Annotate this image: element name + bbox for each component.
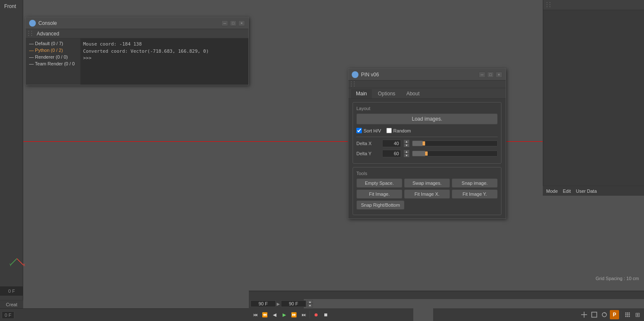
delta-x-label: Delta X [356,141,380,146]
snap-right-bottom-btn[interactable]: Snap Right/Bottom [356,200,404,210]
prev-key-btn[interactable]: ⏪ [260,310,269,319]
console-toolbar: Advanced [26,29,248,38]
svg-point-10 [629,313,630,314]
layout-title: Layout [356,106,498,111]
grid-icon-btn[interactable] [623,310,632,319]
right-panel [543,0,644,186]
frame-end-input[interactable] [281,300,306,307]
left-panel: Y X [0,0,23,308]
sidebar-item-renderer[interactable]: — Renderer (0 / 0) [27,54,78,60]
layout-group: Layout Load images. Sort H/V Random Delt… [353,102,501,164]
play-back-btn[interactable]: ◀ [270,310,279,319]
console-titlebar[interactable]: Console ─ □ × [26,17,248,29]
svg-point-9 [627,313,628,314]
delta-x-down-btn[interactable]: ▼ [404,143,410,147]
console-icon [29,20,36,27]
left-frame-value: 0 F [0,286,23,296]
frame-spinners: ▲ ▼ [307,300,312,308]
console-title: Console [38,20,219,26]
fit-image-x-btn[interactable]: Fit Image X. [404,189,450,199]
edit-label[interactable]: Edit [563,189,571,194]
delta-x-up-btn[interactable]: ▲ [404,140,410,143]
pin-minimize-btn[interactable]: ─ [479,72,485,78]
delta-y-slider[interactable] [412,151,498,156]
divider [356,137,498,137]
rotate-tool-btn[interactable] [600,310,609,319]
move-tool-btn[interactable] [579,310,589,319]
delta-y-up-btn[interactable]: ▲ [404,150,410,154]
right-panel-grip [547,2,552,8]
frame-start-input[interactable] [251,300,276,307]
pin-close-btn[interactable]: × [496,72,502,78]
svg-point-13 [629,314,630,316]
play-btn[interactable]: ▶ [280,310,289,319]
delta-y-down-btn[interactable]: ▼ [404,154,410,157]
console-maximize-btn[interactable]: □ [230,20,237,26]
pin-title: PIN v06 [361,72,476,78]
delta-x-thumb [423,141,425,146]
timeline-ruler[interactable] [249,291,644,299]
select-tool-btn[interactable] [590,310,599,319]
empty-space-btn[interactable]: Empty Space. [356,178,402,188]
sort-hv-checkbox[interactable] [356,128,362,133]
svg-text:X: X [23,263,25,267]
console-minimize-btn[interactable]: ─ [221,20,228,26]
mode-bar: Mode Edit User Data [543,186,644,196]
console-window: Console ─ □ × Advanced — Default (0 / 7)… [25,17,249,85]
output-line-2: Converted coord: Vector(-718.683, 166.82… [83,48,246,55]
random-item: Random [386,128,411,133]
svg-point-11 [625,314,627,316]
svg-point-16 [629,316,630,317]
svg-point-7 [602,313,606,317]
frame-up-btn[interactable]: ▲ [307,300,313,304]
console-toolbar-label: Advanced [37,31,59,37]
svg-point-14 [625,316,627,317]
console-sidebar: — Default (0 / 7) — Python (0 / 2) — Ren… [26,38,81,85]
bottom-right-icons: P ⊞ [433,308,644,321]
load-images-btn[interactable]: Load images. [356,113,498,124]
pin-icon [352,71,358,78]
console-grip [28,31,33,37]
go-start-btn[interactable]: ⏮ [251,310,260,319]
delta-x-slider[interactable] [412,140,498,146]
snap-image-btn[interactable]: Snap image. [452,178,498,188]
orange-tool-btn[interactable]: P [610,310,619,319]
tab-options[interactable]: Options [373,89,400,98]
pin-tabs: Main Options About [348,88,506,99]
delta-y-row: Delta Y ▲ ▼ [356,150,498,157]
tools-group: Tools Empty Space. Swap images. Snap ima… [353,167,501,215]
sidebar-item-python[interactable]: — Python (0 / 2) [27,47,78,54]
pin-titlebar[interactable]: PIN v06 ─ □ × [348,69,506,81]
delta-x-row: Delta X ▲ ▼ [356,140,498,147]
mode-label[interactable]: Mode [546,189,558,194]
playback-sep [310,311,310,318]
console-output[interactable]: Mouse coord: -184 138 Converted coord: V… [81,38,248,85]
play-fwd-btn[interactable]: ⏩ [289,310,299,319]
output-line-1: Mouse coord: -184 138 [83,41,246,48]
sidebar-item-default[interactable]: — Default (0 / 7) [27,40,78,47]
delta-x-input[interactable] [382,140,401,147]
record-btn[interactable]: ⏺ [311,310,321,319]
console-close-btn[interactable]: × [238,20,245,26]
output-line-3: >>> [83,55,246,62]
console-controls: ─ □ × [221,20,245,26]
fit-image-y-btn[interactable]: Fit Image Y. [452,189,498,199]
swap-images-btn[interactable]: Swap images. [404,178,450,188]
tab-main[interactable]: Main [351,89,372,98]
delta-x-spinners: ▲ ▼ [404,140,410,147]
frame-counter: ▶ ▲ ▼ [249,299,304,308]
svg-point-8 [625,313,627,314]
sidebar-item-teamrender[interactable]: — Team Render (0 / 0 [27,60,78,67]
tab-about[interactable]: About [401,89,424,98]
stop-btn[interactable]: ⏹ [321,310,330,319]
fit-image-btn[interactable]: Fit Image. [356,189,402,199]
random-checkbox[interactable] [386,128,392,133]
delta-y-input[interactable] [382,150,401,157]
layout-icon-btn[interactable]: ⊞ [633,310,642,319]
user-data-label[interactable]: User Data [576,189,597,194]
go-end-btn[interactable]: ⏭ [299,310,308,319]
viewport-label: Front [4,3,16,9]
pin-maximize-btn[interactable]: □ [487,72,494,78]
sort-hv-label: Sort H/V [364,128,381,133]
frame-down-btn[interactable]: ▼ [307,304,313,308]
